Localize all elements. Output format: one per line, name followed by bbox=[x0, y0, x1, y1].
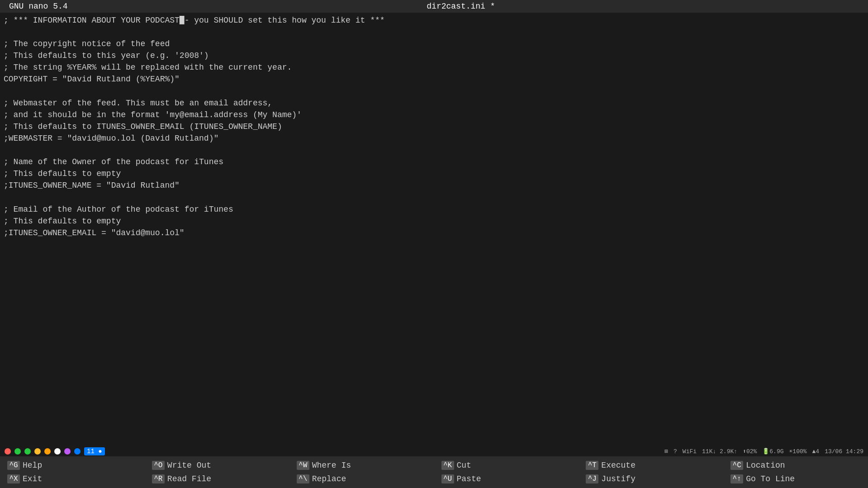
battery-stat: 🔋6.9G bbox=[762, 448, 783, 455]
editor-line: ; *** INFORMATION ABOUT YOUR PODCAST█- y… bbox=[4, 14, 864, 26]
editor-line: ;WEBMASTER = "david@muo.lol (David Rutla… bbox=[4, 133, 864, 144]
shortcut-key-readfile: ^R bbox=[152, 474, 165, 483]
shortcut-key-whereis: ^W bbox=[297, 461, 309, 470]
shortcut-label-writeout: Write Out bbox=[167, 461, 211, 470]
wifi-icon: WiFi bbox=[683, 448, 697, 455]
editor-line: ; and it should be in the format 'my@ema… bbox=[4, 109, 864, 121]
dot-red bbox=[5, 448, 11, 455]
editor-line: ; This defaults to ITUNES_OWNER_EMAIL (I… bbox=[4, 121, 864, 133]
tab-indicator[interactable]: 11 ● bbox=[84, 447, 105, 455]
shortcut-exit[interactable]: ^X Exit bbox=[0, 473, 145, 485]
shortcut-help[interactable]: ^G Help bbox=[0, 459, 145, 472]
editor-area[interactable]: ; *** INFORMATION ABOUT YOUR PODCAST█- y… bbox=[0, 13, 868, 446]
shortcut-cut[interactable]: ^K Cut bbox=[434, 459, 579, 472]
datetime: 13/06 14:29 bbox=[825, 448, 863, 455]
shortcut-key-writeout: ^O bbox=[152, 461, 165, 470]
editor-line bbox=[4, 144, 864, 156]
shortcut-key-justify: ^J bbox=[586, 474, 598, 483]
dot-yellow bbox=[34, 448, 41, 455]
editor-line bbox=[4, 85, 864, 97]
status-icons: ⊞ ? WiFi 11K↓ 2.9K↑ ⬆02% 🔋6.9G ☀100% ▲4 … bbox=[664, 448, 863, 455]
editor-line: ; The copyright notice of the feed bbox=[4, 38, 864, 50]
shortcut-whereis[interactable]: ^W Where Is bbox=[289, 459, 434, 472]
shortcut-label-location: Location bbox=[746, 461, 785, 470]
shortcut-location[interactable]: ^C Location bbox=[723, 459, 868, 472]
shortcut-label-help: Help bbox=[23, 461, 42, 470]
editor-line: ; This defaults to this year (e.g. '2008… bbox=[4, 50, 864, 62]
status-bar: 11 ● ⊞ ? WiFi 11K↓ 2.9K↑ ⬆02% 🔋6.9G ☀100… bbox=[0, 446, 868, 456]
shortcut-label-justify: Justify bbox=[601, 474, 636, 483]
network-stats: 11K↓ 2.9K↑ bbox=[702, 448, 737, 455]
editor-line: ; This defaults to empty bbox=[4, 168, 864, 180]
editor-line: ; Email of the Author of the podcast for… bbox=[4, 204, 864, 215]
editor-line: ; The string %YEAR% will be replaced wit… bbox=[4, 62, 864, 73]
shortcut-justify[interactable]: ^J Justify bbox=[579, 473, 723, 485]
shortcut-execute[interactable]: ^T Execute bbox=[579, 459, 723, 472]
editor-line: ; Webmaster of the feed. This must be an… bbox=[4, 97, 864, 109]
brightness-stat: ☀100% bbox=[789, 448, 807, 455]
shortcut-label-whereis: Where Is bbox=[312, 461, 351, 470]
shortcut-key-cut: ^K bbox=[441, 461, 454, 470]
shortcut-key-location: ^C bbox=[730, 461, 743, 470]
file-title: dir2cast.ini * bbox=[427, 2, 495, 11]
signal-stat: ▲4 bbox=[812, 448, 820, 455]
dot-green2 bbox=[24, 448, 31, 455]
shortcut-label-exit: Exit bbox=[23, 474, 42, 483]
title-right bbox=[854, 2, 859, 11]
shortcut-label-replace: Replace bbox=[312, 474, 346, 483]
dot-purple bbox=[64, 448, 71, 455]
editor-line: ;ITUNES_OWNER_EMAIL = "david@muo.lol" bbox=[4, 227, 864, 239]
editor-line: ; This defaults to empty bbox=[4, 215, 864, 227]
shortcut-readfile[interactable]: ^R Read File bbox=[145, 473, 289, 485]
shortcut-key-paste: ^U bbox=[441, 474, 454, 483]
grid-icon: ⊞ bbox=[664, 448, 668, 455]
shortcuts-bar: ^G Help ^O Write Out ^W Where Is ^K Cut … bbox=[0, 456, 868, 488]
editor-line bbox=[4, 251, 864, 262]
editor-line bbox=[4, 274, 864, 286]
editor-line: ; Name of the Owner of the podcast for i… bbox=[4, 156, 864, 168]
dot-green1 bbox=[14, 448, 21, 455]
dot-orange bbox=[44, 448, 51, 455]
shortcut-label-gotoline: Go To Line bbox=[746, 474, 795, 483]
shortcut-label-paste: Paste bbox=[457, 474, 481, 483]
editor-line bbox=[4, 26, 864, 38]
shortcut-label-execute: Execute bbox=[601, 461, 636, 470]
editor-line: ;ITUNES_OWNER_NAME = "David Rutland" bbox=[4, 180, 864, 191]
shortcut-key-help: ^G bbox=[7, 461, 20, 470]
dot-white bbox=[54, 448, 61, 455]
shortcut-gotoline[interactable]: ^↑ Go To Line bbox=[723, 473, 868, 485]
editor-line bbox=[4, 191, 864, 203]
app-title: GNU nano 5.4 bbox=[9, 2, 68, 11]
shortcut-paste[interactable]: ^U Paste bbox=[434, 473, 579, 485]
shortcut-key-exit: ^X bbox=[7, 474, 20, 483]
shortcut-key-execute: ^T bbox=[586, 461, 598, 470]
shortcut-replace[interactable]: ^\ Replace bbox=[289, 473, 434, 485]
title-bar: GNU nano 5.4 dir2cast.ini * bbox=[0, 0, 868, 13]
shortcut-label-readfile: Read File bbox=[167, 474, 211, 483]
shortcut-writeout[interactable]: ^O Write Out bbox=[145, 459, 289, 472]
shortcut-key-gotoline: ^↑ bbox=[730, 474, 743, 483]
question-icon: ? bbox=[674, 448, 677, 455]
dot-blue bbox=[74, 448, 81, 455]
editor-line bbox=[4, 239, 864, 251]
editor-line bbox=[4, 262, 864, 274]
shortcut-label-cut: Cut bbox=[457, 461, 471, 470]
cpu-stat: ⬆02% bbox=[743, 448, 757, 455]
editor-line: COPYRIGHT = "David Rutland (%YEAR%)" bbox=[4, 73, 864, 85]
shortcut-key-replace: ^\ bbox=[297, 474, 309, 483]
